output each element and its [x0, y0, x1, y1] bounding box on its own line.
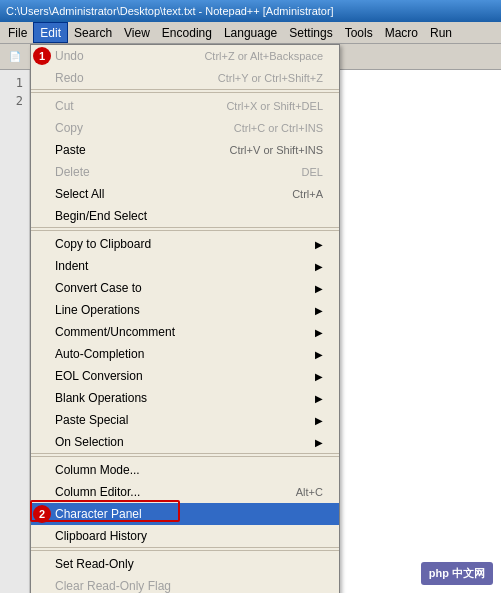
select-all-shortcut: Ctrl+A — [292, 188, 323, 200]
set-readonly-label: Set Read-Only — [55, 557, 134, 571]
menu-character-panel[interactable]: 2 Character Panel — [31, 503, 339, 525]
menu-comment-uncomment[interactable]: Comment/Uncomment ▶ — [31, 321, 339, 343]
comment-arrow: ▶ — [315, 327, 323, 338]
auto-completion-label: Auto-Completion — [55, 347, 144, 361]
menu-paste-special[interactable]: Paste Special ▶ — [31, 409, 339, 431]
select-all-label: Select All — [55, 187, 104, 201]
divider-4 — [31, 550, 339, 551]
on-selection-label: On Selection — [55, 435, 124, 449]
menu-language[interactable]: Language — [218, 22, 283, 43]
char-panel-badge: 2 — [33, 505, 51, 523]
undo-label: Undo — [55, 49, 84, 63]
menu-auto-completion[interactable]: Auto-Completion ▶ — [31, 343, 339, 365]
menu-convert-case[interactable]: Convert Case to ▶ — [31, 277, 339, 299]
menu-bar: File Edit Search View Encoding Language … — [0, 22, 501, 44]
delete-shortcut: DEL — [302, 166, 323, 178]
clear-readonly-label: Clear Read-Only Flag — [55, 579, 171, 593]
menu-eol-conversion[interactable]: EOL Conversion ▶ — [31, 365, 339, 387]
column-editor-label: Column Editor... — [55, 485, 140, 499]
menu-edit[interactable]: Edit — [33, 22, 68, 43]
menu-redo[interactable]: Redo Ctrl+Y or Ctrl+Shift+Z — [31, 67, 339, 89]
menu-clear-readonly[interactable]: Clear Read-Only Flag — [31, 575, 339, 593]
menu-clipboard-history[interactable]: Clipboard History — [31, 525, 339, 547]
menu-select-all[interactable]: Select All Ctrl+A — [31, 183, 339, 205]
operations-section: Copy to Clipboard ▶ Indent ▶ Convert Cas… — [31, 233, 339, 454]
convert-case-label: Convert Case to — [55, 281, 142, 295]
cut-label: Cut — [55, 99, 74, 113]
menu-tools[interactable]: Tools — [339, 22, 379, 43]
menu-indent[interactable]: Indent ▶ — [31, 255, 339, 277]
delete-label: Delete — [55, 165, 90, 179]
indent-arrow: ▶ — [315, 261, 323, 272]
menu-view[interactable]: View — [118, 22, 156, 43]
line-ops-arrow: ▶ — [315, 305, 323, 316]
menu-begin-end-select[interactable]: Begin/End Select — [31, 205, 339, 227]
eol-label: EOL Conversion — [55, 369, 143, 383]
menu-paste[interactable]: Paste Ctrl+V or Shift+INS — [31, 139, 339, 161]
paste-special-label: Paste Special — [55, 413, 128, 427]
copy-shortcut: Ctrl+C or Ctrl+INS — [234, 122, 323, 134]
menu-copy[interactable]: Copy Ctrl+C or Ctrl+INS — [31, 117, 339, 139]
paste-special-arrow: ▶ — [315, 415, 323, 426]
menu-blank-operations[interactable]: Blank Operations ▶ — [31, 387, 339, 409]
menu-macro[interactable]: Macro — [379, 22, 424, 43]
dropdown-overlay: 1 Undo Ctrl+Z or Alt+Backspace Redo Ctrl… — [0, 44, 501, 593]
on-selection-arrow: ▶ — [315, 437, 323, 448]
menu-delete[interactable]: Delete DEL — [31, 161, 339, 183]
menu-column-editor[interactable]: Column Editor... Alt+C — [31, 481, 339, 503]
menu-settings[interactable]: Settings — [283, 22, 338, 43]
menu-cut[interactable]: Cut Ctrl+X or Shift+DEL — [31, 95, 339, 117]
blank-ops-label: Blank Operations — [55, 391, 147, 405]
menu-file[interactable]: File — [2, 22, 33, 43]
cut-shortcut: Ctrl+X or Shift+DEL — [226, 100, 323, 112]
blank-ops-arrow: ▶ — [315, 393, 323, 404]
menu-run[interactable]: Run — [424, 22, 458, 43]
column-mode-label: Column Mode... — [55, 463, 140, 477]
clipboard-section: Cut Ctrl+X or Shift+DEL Copy Ctrl+C or C… — [31, 95, 339, 228]
column-editor-shortcut: Alt+C — [296, 486, 323, 498]
menu-line-operations[interactable]: Line Operations ▶ — [31, 299, 339, 321]
copy-clipboard-arrow: ▶ — [315, 239, 323, 250]
title-bar: C:\Users\Administrator\Desktop\text.txt … — [0, 0, 501, 22]
copy-label: Copy — [55, 121, 83, 135]
redo-label: Redo — [55, 71, 84, 85]
edit-dropdown-menu: 1 Undo Ctrl+Z or Alt+Backspace Redo Ctrl… — [30, 44, 340, 593]
menu-copy-to-clipboard[interactable]: Copy to Clipboard ▶ — [31, 233, 339, 255]
menu-on-selection[interactable]: On Selection ▶ — [31, 431, 339, 453]
column-section: Column Mode... Column Editor... Alt+C 2 … — [31, 459, 339, 548]
undo-redo-section: 1 Undo Ctrl+Z or Alt+Backspace Redo Ctrl… — [31, 45, 339, 90]
title-text: C:\Users\Administrator\Desktop\text.txt … — [6, 5, 334, 17]
divider-3 — [31, 456, 339, 457]
paste-shortcut: Ctrl+V or Shift+INS — [229, 144, 323, 156]
auto-completion-arrow: ▶ — [315, 349, 323, 360]
menu-set-readonly[interactable]: Set Read-Only — [31, 553, 339, 575]
eol-arrow: ▶ — [315, 371, 323, 382]
indent-label: Indent — [55, 259, 88, 273]
line-ops-label: Line Operations — [55, 303, 140, 317]
menu-encoding[interactable]: Encoding — [156, 22, 218, 43]
copy-clipboard-label: Copy to Clipboard — [55, 237, 151, 251]
character-panel-label: Character Panel — [55, 507, 142, 521]
menu-undo[interactable]: 1 Undo Ctrl+Z or Alt+Backspace — [31, 45, 339, 67]
menu-column-mode[interactable]: Column Mode... — [31, 459, 339, 481]
undo-badge: 1 — [33, 47, 51, 65]
divider-2 — [31, 230, 339, 231]
begin-end-select-label: Begin/End Select — [55, 209, 147, 223]
paste-label: Paste — [55, 143, 86, 157]
clipboard-history-label: Clipboard History — [55, 529, 147, 543]
comment-label: Comment/Uncomment — [55, 325, 175, 339]
undo-shortcut: Ctrl+Z or Alt+Backspace — [204, 50, 323, 62]
readonly-section: Set Read-Only Clear Read-Only Flag — [31, 553, 339, 593]
redo-shortcut: Ctrl+Y or Ctrl+Shift+Z — [218, 72, 323, 84]
menu-search[interactable]: Search — [68, 22, 118, 43]
convert-case-arrow: ▶ — [315, 283, 323, 294]
divider-1 — [31, 92, 339, 93]
